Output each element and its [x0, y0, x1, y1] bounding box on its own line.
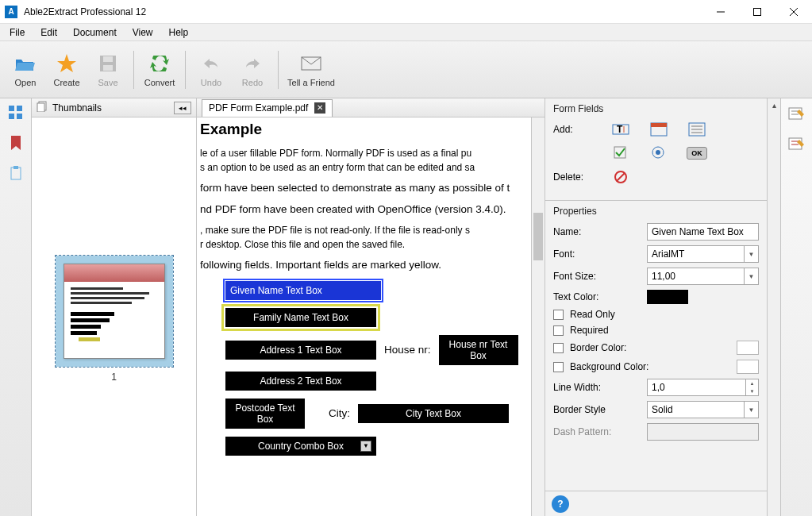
document-scrollbar[interactable]: [531, 117, 545, 516]
chevron-down-icon: ▼: [744, 402, 758, 418]
convert-button[interactable]: Convert: [139, 44, 180, 95]
close-button[interactable]: [775, 0, 812, 24]
prop-required-checkbox[interactable]: [553, 325, 564, 336]
menu-view[interactable]: View: [125, 25, 161, 40]
prop-borderstyle-label: Border Style: [553, 404, 642, 415]
prop-name-label: Name:: [553, 226, 642, 237]
properties-panel: Form Fields Add: T OK Delete:: [545, 98, 767, 516]
toolbar: Open Create Save Convert Undo Redo Tell …: [0, 41, 812, 98]
toolbar-separator: [185, 51, 186, 89]
prop-borderstyle-select[interactable]: Solid▼: [647, 401, 759, 418]
add-button-field[interactable]: OK: [687, 147, 707, 160]
doc-heading: Example: [200, 121, 528, 138]
thumbnail-page-1[interactable]: [56, 256, 173, 367]
delete-field-button[interactable]: [610, 168, 631, 186]
form-field-city[interactable]: City Text Box: [358, 404, 509, 423]
svg-line-30: [617, 173, 625, 181]
thumbnails-panel: Thumbnails ◂◂: [32, 98, 197, 516]
chevron-down-icon: ▼: [360, 441, 371, 452]
bookmark-icon[interactable]: [6, 133, 25, 152]
prop-font-select[interactable]: ArialMT▼: [647, 245, 759, 263]
properties-group: Properties Name: Given Name Text Box Fon…: [545, 201, 767, 453]
prop-fontsize-select[interactable]: 11,00▼: [647, 268, 759, 285]
redo-icon: [241, 52, 264, 75]
prop-bgcolor-label: Background Color:: [570, 361, 648, 372]
delete-label: Delete:: [553, 171, 593, 183]
save-button[interactable]: Save: [87, 44, 129, 95]
thumbnail-number: 1: [43, 372, 185, 383]
thumbnails-body: 1: [32, 117, 196, 516]
tell-a-friend-button[interactable]: Tell a Friend: [283, 44, 339, 95]
form-field-address2[interactable]: Address 2 Text Box: [225, 372, 376, 391]
spin-up-icon[interactable]: ▲: [746, 379, 758, 387]
spin-down-icon[interactable]: ▼: [746, 387, 758, 395]
prop-linewidth-label: Line Width:: [553, 382, 642, 393]
svg-rect-9: [9, 106, 14, 111]
convert-icon: [148, 52, 171, 75]
form-field-house-nr[interactable]: House nr Text Box: [439, 335, 518, 365]
svg-rect-12: [17, 114, 22, 119]
thumbnails-toggle-icon[interactable]: [6, 103, 25, 122]
create-button[interactable]: Create: [46, 44, 87, 95]
properties-title: Properties: [553, 206, 759, 217]
form-field-address1[interactable]: Address 1 Text Box: [225, 341, 376, 360]
svg-marker-4: [57, 54, 76, 72]
prop-readonly-checkbox[interactable]: [553, 310, 564, 320]
svg-rect-1: [754, 8, 761, 15]
collapse-panel-button[interactable]: ◂◂: [174, 102, 191, 114]
add-radio-button[interactable]: [648, 144, 669, 162]
maximize-button[interactable]: [739, 0, 775, 24]
document-viewport[interactable]: Example le of a user fillable PDF form. …: [197, 117, 545, 516]
page-stack-icon: [37, 101, 48, 114]
form-field-family-name[interactable]: Family Name Text Box: [225, 308, 376, 327]
prop-dash-input: [647, 423, 759, 441]
prop-linewidth-spinner[interactable]: 1,0▲▼: [647, 379, 759, 396]
document-area: PDF Form Example.pdf ✕ Example le of a u…: [197, 98, 545, 516]
add-list-button[interactable]: [687, 121, 707, 138]
svg-text:T: T: [617, 124, 623, 135]
scroll-up-icon[interactable]: ▴: [768, 98, 780, 111]
undo-button[interactable]: Undo: [190, 44, 232, 95]
svg-rect-13: [11, 168, 21, 179]
tab-close-button[interactable]: ✕: [314, 102, 325, 114]
form-field-postcode[interactable]: Postcode Text Box: [225, 399, 305, 429]
label-city: City:: [329, 407, 350, 419]
edit-form-mode-icon[interactable]: [787, 105, 806, 124]
prop-required-label: Required: [570, 325, 609, 336]
svg-rect-21: [651, 123, 667, 127]
open-button[interactable]: Open: [5, 44, 46, 95]
minimize-button[interactable]: [702, 0, 739, 24]
form-field-given-name[interactable]: Given Name Text Box: [225, 281, 381, 300]
tab-title: PDF Form Example.pdf: [209, 102, 308, 114]
redo-button[interactable]: Redo: [232, 44, 273, 95]
add-textfield-button[interactable]: T: [610, 121, 631, 138]
menu-document[interactable]: Document: [65, 25, 125, 40]
svg-rect-7: [103, 65, 113, 71]
chevron-down-icon: ▼: [744, 268, 758, 284]
pdf-page: Example le of a user fillable PDF form. …: [197, 117, 538, 516]
edit-text-mode-icon[interactable]: [787, 135, 806, 154]
prop-bordercolor-checkbox[interactable]: [553, 343, 564, 353]
prop-bordercolor-swatch[interactable]: [737, 341, 759, 355]
prop-bgcolor-swatch[interactable]: [737, 360, 759, 374]
label-house-nr: House nr:: [384, 344, 431, 356]
menu-file[interactable]: File: [2, 25, 33, 40]
menu-help[interactable]: Help: [161, 25, 197, 40]
prop-bordercolor-label: Border Color:: [570, 342, 626, 353]
menu-edit[interactable]: Edit: [33, 25, 65, 40]
properties-scrollbar[interactable]: ▴: [767, 98, 780, 516]
help-button[interactable]: ?: [552, 495, 569, 513]
prop-textcolor-swatch[interactable]: [647, 290, 688, 304]
prop-bgcolor-checkbox[interactable]: [553, 362, 564, 372]
prop-name-input[interactable]: Given Name Text Box: [647, 223, 759, 241]
form-field-country-combo[interactable]: Country Combo Box ▼: [225, 437, 376, 456]
add-signature-button[interactable]: [648, 121, 669, 138]
right-sidebar-strip: [780, 98, 812, 516]
clipboard-icon[interactable]: [6, 164, 25, 183]
document-tab[interactable]: PDF Form Example.pdf ✕: [202, 99, 333, 117]
chevron-down-icon: ▼: [744, 246, 758, 262]
titlebar: A Able2Extract Professional 12: [0, 0, 812, 24]
svg-rect-16: [37, 103, 44, 112]
svg-rect-11: [9, 114, 14, 119]
add-checkbox-button[interactable]: [610, 144, 631, 162]
